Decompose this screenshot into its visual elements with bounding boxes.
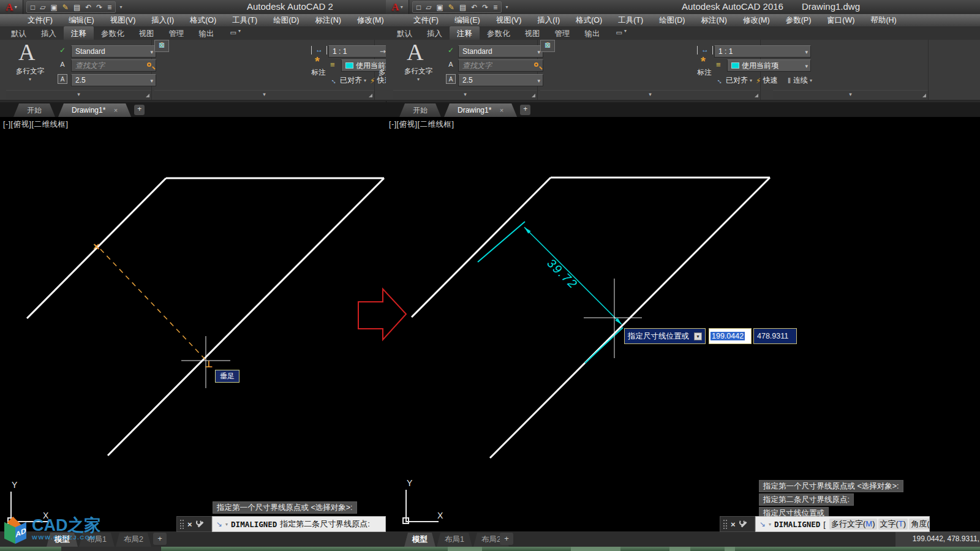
menu-item[interactable]: 工具(T) — [224, 15, 265, 26]
qat-button[interactable]: ✎ — [448, 1, 454, 13]
qat-button[interactable]: □ — [417, 1, 421, 13]
menu-item[interactable]: 修改(M) — [349, 15, 386, 26]
qat-button[interactable]: ≡ — [493, 1, 497, 13]
panel-expander[interactable] — [540, 90, 760, 99]
viewport-controls[interactable]: [-][俯视][二维线框] — [3, 119, 69, 130]
text-style-icon[interactable]: A — [446, 74, 456, 84]
text-style-icon[interactable]: A — [58, 74, 67, 84]
command-option[interactable]: 多行文字(M) — [829, 519, 877, 530]
qat-button[interactable]: ▱ — [40, 1, 45, 13]
menu-item[interactable]: 文件(F) — [405, 15, 447, 26]
qat-button[interactable]: ✎ — [62, 1, 69, 13]
ribbon-tab[interactable]: 输出 — [578, 26, 608, 40]
drawing-tab[interactable]: Drawing1* × — [58, 103, 131, 117]
app-menu-button[interactable]: A ▾ — [386, 0, 409, 14]
ribbon-tab[interactable]: 视图 — [132, 26, 162, 40]
ribbon-tab[interactable]: 插入 — [34, 26, 64, 40]
close-icon[interactable]: × — [500, 107, 503, 114]
drawing-canvas-right[interactable]: [-][俯视][二维线框] 39.72 指定尺寸线位置或 ▾ 199.0442 … — [386, 117, 980, 531]
dimension-button[interactable]: 标注 — [691, 68, 718, 77]
qat-button[interactable]: ▤ — [74, 1, 80, 13]
chevron-down-icon[interactable]: ▾ — [225, 522, 228, 527]
start-tab[interactable]: 开始 — [399, 103, 441, 117]
layers-icon[interactable]: ≡ — [716, 60, 721, 69]
layout-tab[interactable]: 布局2 — [116, 533, 151, 547]
ribbon-tab[interactable]: 默认 — [390, 26, 420, 40]
panel-expander[interactable] — [773, 90, 928, 99]
qat-button[interactable]: ▣ — [436, 1, 443, 13]
command-line[interactable]: × ↘ ▾ DIMALIGNED 指定第二条尺寸界线原点: — [176, 516, 386, 532]
spell-check-icon[interactable]: ✓ — [445, 45, 457, 56]
menu-item[interactable]: 参数(P) — [778, 15, 820, 26]
ribbon-tab[interactable]: 管理 — [548, 26, 578, 40]
app-menu-button[interactable]: A ▾ — [0, 0, 23, 14]
ribbon-tab[interactable]: 输出 — [192, 26, 222, 40]
command-input[interactable]: ↘ ▾ DIMALIGNED [ 多行文字(M)文字(T)角度(A) ]: — [755, 516, 930, 532]
find-text-input[interactable]: 查找文字 — [458, 59, 543, 72]
text-align-icon[interactable]: A — [56, 59, 69, 70]
aligned-dimension-button[interactable]: ↔ 已对齐 ▾ — [717, 75, 752, 86]
menu-item[interactable]: 文件(F) — [20, 15, 61, 26]
command-line[interactable]: × ↘ ▾ DIMALIGNED [ 多行文字(M)文字(T)角度(A) ]: — [720, 516, 930, 532]
menu-item[interactable]: 标注(N) — [693, 15, 735, 26]
dynamic-input-y[interactable]: 478.9311 — [753, 328, 797, 344]
dim-tool-icon[interactable]: ⊠ — [540, 40, 555, 52]
qat-button[interactable]: ↶ — [85, 1, 91, 13]
command-input[interactable]: ↘ ▾ DIMALIGNED 指定第二条尺寸界线原点: — [212, 516, 386, 532]
panel-launcher-icon[interactable] — [146, 94, 149, 97]
ribbon-tab[interactable]: 插入 — [420, 26, 450, 40]
new-drawing-button[interactable]: + — [134, 105, 145, 115]
dynamic-input-options-icon[interactable]: ▾ — [694, 332, 702, 340]
aligned-dimension-button[interactable]: ↔ 已对齐 ▾ — [331, 75, 366, 86]
find-text-input[interactable]: 查找文字 — [71, 59, 156, 72]
dim-style-icon[interactable]: * — [701, 56, 706, 67]
ribbon-display-toggle[interactable]: ▭ ▾ — [616, 26, 627, 40]
layout-tab[interactable]: 模型 — [404, 533, 435, 547]
linear-dimension-icon[interactable]: ↔ — [311, 46, 327, 54]
menu-item[interactable]: 绘图(D) — [265, 15, 307, 26]
spell-check-icon[interactable]: ✓ — [56, 45, 69, 56]
layers-icon[interactable]: ≡ — [330, 60, 335, 69]
qat-button[interactable]: ↶ — [471, 1, 477, 13]
coordinates-display[interactable]: 199.0442, 478.9311, — [895, 531, 980, 547]
panel-launcher-icon[interactable] — [922, 94, 926, 97]
menu-item[interactable]: 工具(T) — [610, 15, 651, 26]
menu-item[interactable]: 标注(N) — [307, 15, 349, 26]
command-option[interactable]: 文字(T) — [878, 519, 908, 530]
search-icon[interactable] — [534, 62, 538, 67]
drag-handle[interactable] — [180, 520, 184, 529]
text-align-icon[interactable]: A — [445, 59, 457, 70]
wrench-icon[interactable] — [196, 520, 204, 528]
qat-customize-icon[interactable]: ▾ — [505, 5, 508, 10]
qat-button[interactable]: ↷ — [96, 1, 102, 13]
menu-item[interactable]: 绘图(D) — [651, 15, 693, 26]
qat-button[interactable]: ↷ — [482, 1, 488, 13]
dynamic-input-x[interactable]: 199.0442 — [709, 328, 752, 344]
search-icon[interactable] — [147, 62, 151, 67]
start-tab[interactable]: 开始 — [13, 103, 55, 117]
menu-item[interactable]: 修改(M) — [735, 15, 778, 26]
dim-tool-icon[interactable]: ⊠ — [154, 40, 169, 52]
close-icon[interactable]: × — [114, 107, 118, 114]
menu-item[interactable]: 格式(O) — [182, 15, 224, 26]
drawing-canvas-left[interactable]: [-][俯视][二维线框] × ⊥ 垂足 Y X — [0, 117, 386, 531]
text-height-select[interactable]: 2.5 — [458, 74, 543, 86]
menu-item[interactable]: 格式(O) — [568, 15, 610, 26]
menu-item[interactable]: 插入(I) — [529, 15, 568, 26]
qat-button[interactable]: ▤ — [459, 1, 466, 13]
drag-handle[interactable] — [723, 520, 727, 529]
close-icon[interactable]: × — [187, 520, 192, 528]
menu-item[interactable]: 视图(V) — [102, 15, 144, 26]
new-drawing-button[interactable]: + — [520, 105, 530, 115]
panel-launcher-icon[interactable] — [532, 94, 535, 97]
menu-item[interactable]: 窗口(W) — [819, 15, 862, 26]
ribbon-tab[interactable]: 管理 — [162, 26, 192, 40]
ribbon-tab[interactable]: 注释 — [64, 26, 94, 40]
title-bar[interactable]: A ▾ □▱▣✎▤↶↷≡ ▾ Autodesk AutoCAD 2 — [0, 0, 386, 14]
ribbon-display-toggle[interactable]: ▭ ▾ — [230, 26, 241, 40]
ribbon-tab[interactable]: 参数化 — [480, 26, 518, 40]
new-layout-button[interactable]: + — [500, 533, 513, 545]
drawing-tab[interactable]: Drawing1* × — [444, 103, 517, 117]
close-icon[interactable]: × — [731, 520, 736, 528]
ribbon-tab[interactable]: 默认 — [4, 26, 34, 40]
